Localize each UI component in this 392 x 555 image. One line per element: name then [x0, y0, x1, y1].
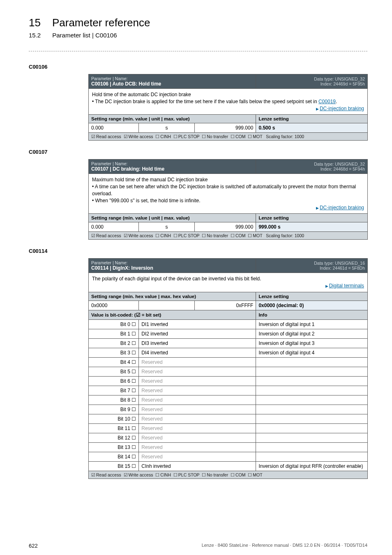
max-hex: 0xFFFF: [195, 301, 256, 310]
bitcoded-header: Value is bit-coded: (☑ = bit set): [89, 310, 256, 319]
bit-info: Inversion of digital input 3: [256, 338, 368, 348]
write-access: Write access: [124, 233, 153, 238]
notransfer-flag: No transfer: [202, 472, 228, 477]
bit-info: [256, 357, 368, 367]
link-dc-injection[interactable]: DC-injection braking: [316, 106, 364, 111]
plcstop-flag: PLC STOP: [173, 233, 200, 238]
param-dtype: Data type: UNSIGNED_32: [258, 76, 365, 81]
param-index: Index: 24468d = 5F94h: [258, 166, 365, 171]
write-access: Write access: [124, 134, 153, 139]
mot-flag: MOT: [248, 233, 262, 238]
bit-info: [256, 414, 368, 423]
lenze-value: 0.500 s: [256, 123, 368, 133]
chapter-header: 15 Parameter reference: [29, 16, 367, 29]
param-index: Index: 24469d = 5F95h: [258, 81, 365, 86]
bit-name: Reserved: [139, 452, 256, 461]
trailing-link-wrap: DC-injection braking: [92, 105, 364, 112]
access-footer: Read access Write access CINH PLC STOP N…: [89, 232, 368, 240]
bit-info: Inversion of digital input RFR (controll…: [256, 461, 368, 471]
lenze-value: 0x0000 (decimal: 0): [256, 301, 368, 310]
link-digital-terminals[interactable]: Digital terminals: [325, 283, 364, 289]
bit-index: Bit 9 ☐: [89, 405, 139, 414]
bit-name: CInh inverted: [139, 461, 256, 471]
link-c00019[interactable]: C00019: [318, 99, 336, 104]
bit-info: [256, 433, 368, 442]
document-reference: Lenze · 8400 StateLine · Reference manua…: [202, 543, 367, 549]
lenze-value: 999.000 s: [256, 222, 368, 232]
bit-row: Bit 2 ☐DI3 invertedInversion of digital …: [89, 338, 368, 348]
desc-bullet: • The DC injection brake is applied for …: [92, 98, 364, 105]
bit-index: Bit 14 ☐: [89, 452, 139, 461]
cinh-flag: CINH: [155, 472, 171, 477]
link-dc-injection[interactable]: DC-injection braking: [316, 205, 364, 210]
param-name: C00114 | DigInX: Inversion: [91, 265, 253, 271]
bit-row: Bit 6 ☐Reserved: [89, 376, 368, 386]
scaling-factor: Scaling factor: 1000: [266, 233, 304, 238]
min-value: 0.000: [89, 222, 139, 232]
bit-index: Bit 3 ☐: [89, 348, 139, 357]
setting-range-header: Setting range (min. value | unit | max. …: [89, 115, 256, 123]
param-dtype: Data type: UNSIGNED_16: [258, 261, 365, 266]
bit-index: Bit 13 ☐: [89, 442, 139, 452]
desc-bullet: • A time can be set here after which the…: [92, 183, 364, 197]
bit-row: Bit 7 ☐Reserved: [89, 386, 368, 395]
bit-index: Bit 5 ☐: [89, 367, 139, 376]
parameter-code: C00107: [29, 149, 367, 155]
com-flag: COM: [231, 472, 246, 477]
param-header-left: Parameter | Name: C00114 | DigInX: Inver…: [89, 259, 256, 273]
parameter-section-c00107: C00107 Parameter | Name: C00107 | DC bra…: [29, 149, 367, 240]
min-value: 0.000: [89, 123, 139, 133]
info-header: Info: [256, 310, 368, 319]
bit-row: Bit 12 ☐Reserved: [89, 433, 368, 442]
read-access: Read access: [91, 134, 121, 139]
mot-flag: MOT: [248, 134, 262, 139]
access-footer: Read access Write access CINH PLC STOP N…: [89, 133, 368, 141]
section-header: 15.2 Parameter list | C00106: [29, 32, 367, 39]
param-header-left: Parameter | Name: C00107 | DC braking: H…: [89, 160, 256, 174]
bit-index: Bit 10 ☐: [89, 414, 139, 423]
lenze-setting-header: Lenze setting: [256, 214, 368, 222]
cinh-flag: CINH: [155, 233, 171, 238]
param-description: The polarity of each digital input of th…: [89, 273, 368, 292]
bit-name: Reserved: [139, 376, 256, 386]
param-name: C00106 | Auto DCB: Hold time: [91, 81, 253, 87]
bit-info: Inversion of digital input 1: [256, 319, 368, 329]
bit-row: Bit 4 ☐Reserved: [89, 357, 368, 367]
desc-line: The polarity of each digital input of th…: [92, 275, 364, 282]
section-title: Parameter list | C00106: [52, 32, 117, 39]
parameter-table-c00114: Parameter | Name: C00114 | DigInX: Inver…: [88, 258, 368, 479]
bit-row: Bit 1 ☐DI2 invertedInversion of digital …: [89, 329, 368, 338]
bit-name: Reserved: [139, 433, 256, 442]
bit-row: Bit 13 ☐Reserved: [89, 442, 368, 452]
bit-name: Reserved: [139, 405, 256, 414]
trailing-link-wrap: Digital terminals: [92, 282, 364, 289]
bit-info: [256, 386, 368, 395]
bit-name: Reserved: [139, 386, 256, 395]
setting-range-header: Setting range (min. value | unit | max. …: [89, 214, 256, 222]
bit-row: Bit 11 ☐Reserved: [89, 423, 368, 433]
bit-index: Bit 7 ☐: [89, 386, 139, 395]
param-description: Maximum hold time of the manual DC injec…: [89, 174, 368, 214]
chapter-title: Parameter reference: [52, 16, 150, 29]
bit-name: Reserved: [139, 367, 256, 376]
lenze-setting-header: Lenze setting: [256, 292, 368, 301]
bit-index: Bit 12 ☐: [89, 433, 139, 442]
bit-info: [256, 376, 368, 386]
bit-info: [256, 395, 368, 405]
bit-name: Reserved: [139, 395, 256, 405]
param-index: Index: 24461d = 5F8Dh: [258, 266, 365, 271]
parameter-code: C00114: [29, 248, 367, 254]
page-number: 622: [29, 543, 38, 549]
param-name-label: Parameter | Name:: [91, 260, 253, 265]
param-header-left: Parameter | Name: C00106 | Auto DCB: Hol…: [89, 74, 256, 89]
param-dtype: Data type: UNSIGNED_32: [258, 162, 365, 166]
bit-info: [256, 405, 368, 414]
bit-row: Bit 0 ☐DI1 invertedInversion of digital …: [89, 319, 368, 329]
bit-index: Bit 11 ☐: [89, 423, 139, 433]
mot-flag: MOT: [248, 472, 262, 477]
bit-name: Reserved: [139, 423, 256, 433]
plcstop-flag: PLC STOP: [173, 472, 200, 477]
param-description: Hold time of the automatic DC injection …: [89, 89, 368, 115]
bit-row: Bit 15 ☐CInh invertedInversion of digita…: [89, 461, 368, 471]
bit-row: Bit 14 ☐Reserved: [89, 452, 368, 461]
